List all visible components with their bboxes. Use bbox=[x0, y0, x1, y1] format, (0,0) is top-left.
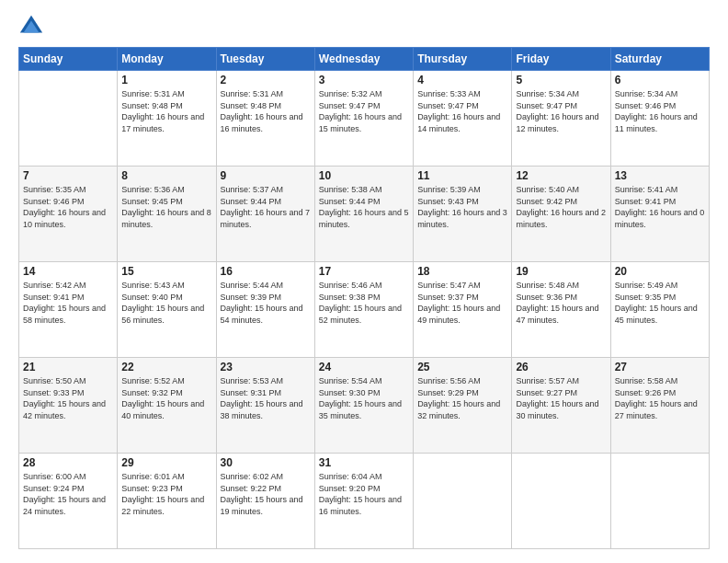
cell-info: Sunrise: 5:41 AM Sunset: 9:41 PM Dayligh… bbox=[615, 184, 705, 230]
calendar-cell: 31 Sunrise: 6:04 AM Sunset: 9:20 PM Dayl… bbox=[314, 454, 413, 549]
sunrise-text: Sunrise: 6:02 AM bbox=[221, 472, 284, 481]
weekday-saturday: Saturday bbox=[610, 48, 709, 71]
weekday-friday: Friday bbox=[512, 48, 610, 71]
week-row-4: 21 Sunrise: 5:50 AM Sunset: 9:33 PM Dayl… bbox=[19, 358, 710, 454]
daylight-text: Daylight: 16 hours and 14 minutes. bbox=[417, 112, 500, 133]
calendar-cell: 9 Sunrise: 5:37 AM Sunset: 9:44 PM Dayli… bbox=[216, 167, 314, 262]
sunset-text: Sunset: 9:47 PM bbox=[516, 101, 577, 110]
calendar-cell: 5 Sunrise: 5:34 AM Sunset: 9:47 PM Dayli… bbox=[512, 71, 610, 167]
sunset-text: Sunset: 9:37 PM bbox=[417, 293, 479, 302]
day-number: 11 bbox=[417, 169, 507, 182]
sunrise-text: Sunrise: 6:00 AM bbox=[23, 472, 86, 481]
sunset-text: Sunset: 9:40 PM bbox=[121, 293, 183, 302]
daylight-text: Daylight: 16 hours and 11 minutes. bbox=[615, 112, 698, 133]
daylight-text: Daylight: 15 hours and 19 minutes. bbox=[221, 495, 303, 516]
week-row-2: 7 Sunrise: 5:35 AM Sunset: 9:46 PM Dayli… bbox=[19, 167, 710, 262]
cell-info: Sunrise: 5:32 AM Sunset: 9:47 PM Dayligh… bbox=[319, 88, 409, 134]
sunrise-text: Sunrise: 5:53 AM bbox=[221, 376, 284, 385]
sunset-text: Sunset: 9:41 PM bbox=[23, 293, 85, 302]
sunrise-text: Sunrise: 5:40 AM bbox=[516, 185, 579, 194]
daylight-text: Daylight: 16 hours and 8 minutes. bbox=[121, 208, 211, 229]
sunrise-text: Sunrise: 5:57 AM bbox=[516, 376, 579, 385]
calendar-cell: 13 Sunrise: 5:41 AM Sunset: 9:41 PM Dayl… bbox=[610, 167, 709, 262]
cell-info: Sunrise: 5:36 AM Sunset: 9:45 PM Dayligh… bbox=[121, 184, 211, 230]
header bbox=[18, 14, 710, 40]
calendar-cell: 21 Sunrise: 5:50 AM Sunset: 9:33 PM Dayl… bbox=[19, 358, 118, 454]
cell-info: Sunrise: 5:52 AM Sunset: 9:32 PM Dayligh… bbox=[121, 375, 211, 421]
day-number: 5 bbox=[516, 74, 606, 86]
cell-info: Sunrise: 5:48 AM Sunset: 9:36 PM Dayligh… bbox=[516, 280, 606, 326]
sunrise-text: Sunrise: 5:32 AM bbox=[319, 89, 382, 98]
calendar-cell: 11 Sunrise: 5:39 AM Sunset: 9:43 PM Dayl… bbox=[414, 167, 512, 262]
sunset-text: Sunset: 9:39 PM bbox=[221, 293, 282, 302]
calendar-cell: 15 Sunrise: 5:43 AM Sunset: 9:40 PM Dayl… bbox=[118, 262, 216, 358]
cell-info: Sunrise: 5:31 AM Sunset: 9:48 PM Dayligh… bbox=[121, 88, 211, 134]
cell-info: Sunrise: 5:54 AM Sunset: 9:30 PM Dayligh… bbox=[319, 375, 409, 421]
calendar-cell: 3 Sunrise: 5:32 AM Sunset: 9:47 PM Dayli… bbox=[314, 71, 413, 167]
daylight-text: Daylight: 16 hours and 0 minutes. bbox=[615, 208, 705, 229]
sunrise-text: Sunrise: 5:44 AM bbox=[221, 281, 284, 290]
daylight-text: Daylight: 15 hours and 49 minutes. bbox=[417, 304, 500, 325]
daylight-text: Daylight: 16 hours and 3 minutes. bbox=[417, 208, 507, 229]
daylight-text: Daylight: 15 hours and 22 minutes. bbox=[121, 495, 204, 516]
daylight-text: Daylight: 15 hours and 27 minutes. bbox=[615, 399, 698, 420]
sunset-text: Sunset: 9:31 PM bbox=[221, 388, 282, 397]
sunset-text: Sunset: 9:44 PM bbox=[221, 197, 282, 206]
daylight-text: Daylight: 15 hours and 16 minutes. bbox=[319, 495, 402, 516]
weekday-wednesday: Wednesday bbox=[314, 48, 413, 71]
daylight-text: Daylight: 15 hours and 24 minutes. bbox=[23, 495, 106, 516]
day-number: 8 bbox=[121, 169, 211, 182]
calendar-cell: 22 Sunrise: 5:52 AM Sunset: 9:32 PM Dayl… bbox=[118, 358, 216, 454]
sunset-text: Sunset: 9:48 PM bbox=[121, 101, 183, 110]
day-number: 22 bbox=[121, 361, 211, 373]
day-number: 14 bbox=[23, 265, 113, 278]
daylight-text: Daylight: 16 hours and 16 minutes. bbox=[221, 112, 303, 133]
daylight-text: Daylight: 16 hours and 7 minutes. bbox=[221, 208, 311, 229]
sunset-text: Sunset: 9:38 PM bbox=[319, 293, 381, 302]
weekday-header-row: SundayMondayTuesdayWednesdayThursdayFrid… bbox=[19, 48, 710, 71]
day-number: 25 bbox=[417, 361, 507, 373]
sunset-text: Sunset: 9:29 PM bbox=[417, 388, 479, 397]
cell-info: Sunrise: 5:31 AM Sunset: 9:48 PM Dayligh… bbox=[221, 88, 311, 134]
sunset-text: Sunset: 9:36 PM bbox=[516, 293, 577, 302]
calendar-cell: 26 Sunrise: 5:57 AM Sunset: 9:27 PM Dayl… bbox=[512, 358, 610, 454]
calendar-cell: 20 Sunrise: 5:49 AM Sunset: 9:35 PM Dayl… bbox=[610, 262, 709, 358]
sunrise-text: Sunrise: 5:34 AM bbox=[615, 89, 678, 98]
weekday-thursday: Thursday bbox=[414, 48, 512, 71]
sunrise-text: Sunrise: 5:50 AM bbox=[23, 376, 86, 385]
cell-info: Sunrise: 6:01 AM Sunset: 9:23 PM Dayligh… bbox=[121, 471, 211, 517]
sunset-text: Sunset: 9:46 PM bbox=[23, 197, 85, 206]
sunset-text: Sunset: 9:22 PM bbox=[221, 484, 282, 493]
calendar-cell bbox=[19, 71, 118, 167]
day-number: 20 bbox=[615, 265, 705, 278]
day-number: 31 bbox=[319, 456, 409, 469]
sunset-text: Sunset: 9:32 PM bbox=[121, 388, 183, 397]
sunset-text: Sunset: 9:26 PM bbox=[615, 388, 677, 397]
logo bbox=[18, 14, 48, 40]
daylight-text: Daylight: 15 hours and 56 minutes. bbox=[121, 304, 204, 325]
sunrise-text: Sunrise: 5:58 AM bbox=[615, 376, 678, 385]
calendar-cell: 10 Sunrise: 5:38 AM Sunset: 9:44 PM Dayl… bbox=[314, 167, 413, 262]
calendar-cell: 7 Sunrise: 5:35 AM Sunset: 9:46 PM Dayli… bbox=[19, 167, 118, 262]
cell-info: Sunrise: 5:42 AM Sunset: 9:41 PM Dayligh… bbox=[23, 280, 113, 326]
day-number: 9 bbox=[221, 169, 311, 182]
day-number: 30 bbox=[221, 456, 311, 469]
day-number: 12 bbox=[516, 169, 606, 182]
sunset-text: Sunset: 9:48 PM bbox=[221, 101, 282, 110]
calendar-cell: 2 Sunrise: 5:31 AM Sunset: 9:48 PM Dayli… bbox=[216, 71, 314, 167]
cell-info: Sunrise: 5:35 AM Sunset: 9:46 PM Dayligh… bbox=[23, 184, 113, 230]
daylight-text: Daylight: 15 hours and 35 minutes. bbox=[319, 399, 402, 420]
page: SundayMondayTuesdayWednesdayThursdayFrid… bbox=[0, 0, 728, 563]
day-number: 16 bbox=[221, 265, 311, 278]
cell-info: Sunrise: 5:34 AM Sunset: 9:47 PM Dayligh… bbox=[516, 88, 606, 134]
daylight-text: Daylight: 15 hours and 42 minutes. bbox=[23, 399, 106, 420]
day-number: 27 bbox=[615, 361, 705, 373]
sunset-text: Sunset: 9:42 PM bbox=[516, 197, 577, 206]
cell-info: Sunrise: 5:49 AM Sunset: 9:35 PM Dayligh… bbox=[615, 280, 705, 326]
calendar-cell bbox=[610, 454, 709, 549]
sunrise-text: Sunrise: 5:41 AM bbox=[615, 185, 678, 194]
cell-info: Sunrise: 5:43 AM Sunset: 9:40 PM Dayligh… bbox=[121, 280, 211, 326]
daylight-text: Daylight: 15 hours and 45 minutes. bbox=[615, 304, 698, 325]
sunset-text: Sunset: 9:20 PM bbox=[319, 484, 381, 493]
calendar-cell: 8 Sunrise: 5:36 AM Sunset: 9:45 PM Dayli… bbox=[118, 167, 216, 262]
